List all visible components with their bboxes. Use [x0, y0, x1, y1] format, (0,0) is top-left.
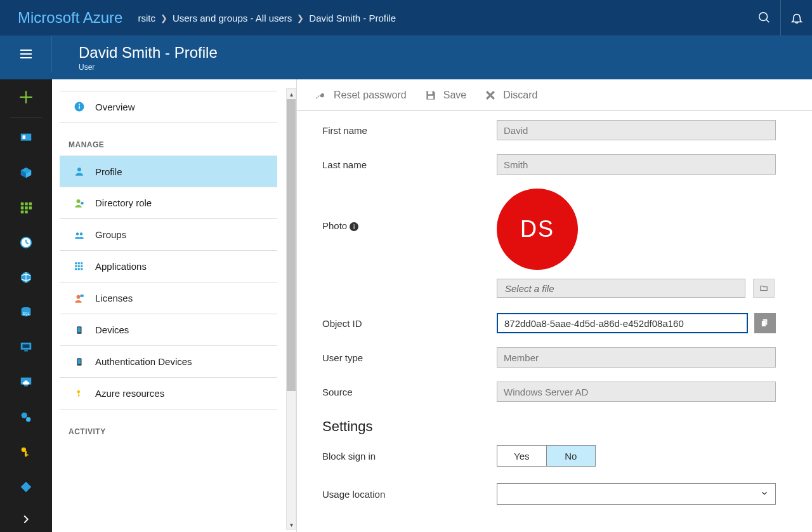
hamburger-icon [18, 46, 34, 62]
svg-point-0 [759, 13, 768, 21]
info-icon[interactable]: i [350, 222, 358, 231]
sidebar-scrollbar[interactable]: ▴ ▾ [286, 88, 296, 530]
bell-icon [790, 11, 804, 25]
usage-location-label: Usage location [322, 489, 497, 500]
svg-rect-11 [29, 202, 32, 205]
rail-sql[interactable]: SQL [0, 295, 52, 329]
scroll-thumb[interactable] [287, 99, 296, 391]
sql-icon: SQL [19, 305, 33, 319]
rail-dashboard[interactable] [0, 120, 52, 155]
nav-groups[interactable]: Groups [60, 219, 277, 251]
photo-file-input[interactable] [497, 279, 745, 298]
svg-rect-9 [21, 202, 24, 205]
menu-toggle[interactable] [0, 36, 52, 72]
search-button[interactable] [749, 0, 780, 36]
copy-button[interactable] [754, 313, 776, 333]
svg-rect-8 [23, 135, 26, 139]
nav-label: Azure resources [95, 388, 164, 399]
rail-cloud-services[interactable] [0, 364, 52, 399]
globe-icon [19, 270, 33, 284]
clock-icon [19, 236, 33, 249]
svg-rect-49 [81, 268, 82, 270]
source-field[interactable] [497, 382, 776, 402]
reset-password-button[interactable]: Reset password [315, 89, 407, 102]
rail-resource-groups[interactable] [0, 155, 52, 190]
first-name-field[interactable] [497, 120, 776, 140]
svg-rect-27 [24, 385, 28, 386]
svg-point-40 [80, 232, 83, 236]
scroll-down-icon[interactable]: ▾ [287, 519, 296, 529]
divider [10, 117, 41, 117]
gears-icon [19, 410, 33, 424]
nav-azure-resources[interactable]: Azure resources [60, 378, 277, 409]
nav-label: Licenses [95, 293, 133, 303]
svg-point-28 [22, 412, 27, 418]
svg-rect-62 [762, 321, 766, 327]
rail-recent[interactable] [0, 225, 52, 260]
cube-icon [19, 166, 33, 180]
svg-rect-43 [81, 262, 82, 264]
rail-key[interactable] [0, 434, 52, 469]
plus-icon [18, 89, 34, 105]
nav-auth-devices[interactable]: Authentication Devices [60, 346, 277, 378]
source-label: Source [322, 387, 497, 397]
svg-rect-10 [25, 202, 28, 205]
notifications-button[interactable] [780, 0, 812, 36]
svg-rect-55 [78, 359, 81, 364]
rail-vm[interactable] [0, 329, 52, 364]
apps-icon [74, 261, 85, 272]
left-rail: SQL [0, 79, 52, 532]
save-button[interactable]: Save [424, 89, 466, 102]
browse-button[interactable] [753, 279, 775, 298]
breadcrumb-leaf[interactable]: David Smith - Profile [309, 13, 396, 23]
nav-applications[interactable]: Applications [60, 251, 277, 283]
object-id-field[interactable] [497, 313, 748, 333]
nav-devices[interactable]: Devices [60, 314, 277, 346]
rail-app-services[interactable] [0, 260, 52, 295]
svg-rect-58 [78, 395, 80, 396]
block-signin-toggle[interactable]: Yes No [497, 445, 596, 467]
chevron-down-icon [760, 489, 769, 500]
rail-aad[interactable] [0, 469, 52, 504]
svg-point-35 [79, 103, 80, 105]
svg-point-36 [77, 168, 81, 171]
user-type-field[interactable] [497, 347, 776, 368]
svg-rect-44 [75, 265, 77, 267]
last-name-field[interactable] [497, 154, 776, 175]
breadcrumb-mid[interactable]: Users and groups - All users [173, 13, 292, 23]
usage-location-select[interactable] [497, 483, 776, 505]
svg-rect-60 [428, 95, 433, 98]
profile-form: First name Last name Photoi DS [297, 111, 812, 532]
svg-point-37 [77, 199, 81, 203]
breadcrumb: rsitc ❯ Users and groups - All users ❯ D… [138, 13, 749, 23]
toggle-no[interactable]: No [546, 446, 596, 466]
toggle-yes[interactable]: Yes [497, 446, 546, 466]
folder-icon [758, 284, 769, 293]
topbar-actions [749, 0, 812, 36]
close-icon [484, 89, 497, 102]
toolbar-label: Discard [503, 90, 537, 101]
breadcrumb-root[interactable]: rsitc [138, 13, 155, 23]
rail-subscriptions[interactable] [0, 399, 52, 434]
nav-licenses[interactable]: Licenses [60, 283, 277, 314]
discard-button[interactable]: Discard [484, 89, 537, 102]
svg-rect-45 [78, 265, 80, 267]
user-type-label: User type [322, 352, 497, 363]
nav-label: Directory role [95, 197, 152, 208]
save-icon [424, 89, 437, 102]
photo-label: Photoi [322, 189, 497, 231]
brand-logo[interactable]: Microsoft Azure [0, 9, 138, 27]
rail-new[interactable] [0, 79, 52, 114]
key-icon [19, 445, 33, 459]
scroll-up-icon[interactable]: ▴ [287, 89, 296, 99]
toolbar-label: Save [443, 90, 466, 101]
svg-rect-13 [25, 206, 28, 209]
nav-overview[interactable]: Overview [60, 91, 277, 123]
device-icon [74, 324, 85, 336]
rail-expand[interactable] [0, 504, 52, 532]
rail-all-resources[interactable] [0, 190, 52, 225]
nav-profile[interactable]: Profile [60, 156, 277, 187]
monitor-icon [19, 340, 33, 354]
svg-rect-15 [21, 210, 24, 213]
nav-directory-role[interactable]: Directory role [60, 187, 277, 219]
